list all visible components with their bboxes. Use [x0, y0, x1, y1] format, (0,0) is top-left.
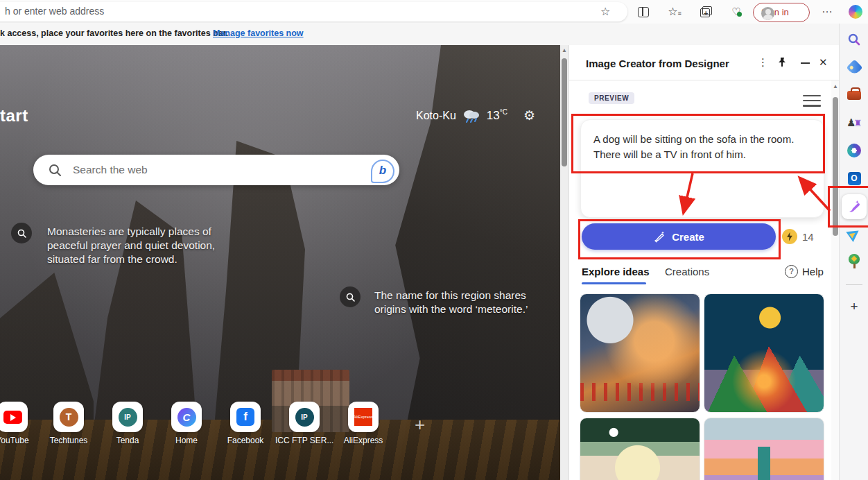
- shortcut-youtube[interactable]: YouTube: [0, 402, 42, 445]
- thumbnail-image-4[interactable]: [704, 418, 824, 480]
- panel-hamburger-icon[interactable]: [803, 95, 821, 107]
- sidebar-microsoft365-icon[interactable]: [846, 142, 862, 159]
- address-bar-text[interactable]: h or enter web address: [5, 6, 104, 17]
- sidebar-add-icon[interactable]: +: [846, 298, 862, 315]
- split-screen-divider: [642, 7, 643, 16]
- shortcut-tenda[interactable]: IP Tenda: [98, 402, 157, 445]
- browser-essentials-icon[interactable]: ♡: [729, 5, 744, 19]
- scrollbar-up-arrow[interactable]: ▲: [560, 47, 568, 53]
- newtab-page: tart Koto-Ku 13°C ⚙ Search the web b: [0, 45, 560, 480]
- preview-badge: PREVIEW: [589, 92, 634, 104]
- pin-icon[interactable]: [777, 57, 787, 68]
- more-options-icon[interactable]: …: [819, 2, 835, 16]
- active-tab-underline: [582, 282, 646, 284]
- avatar: [761, 7, 774, 20]
- essentials-status-dot: [737, 12, 742, 17]
- close-icon[interactable]: ✕: [819, 56, 828, 69]
- sidebar-shopping-icon[interactable]: [846, 59, 862, 76]
- fact-text-2: The name for this region shares origins …: [374, 289, 549, 316]
- prompt-textarea[interactable]: A dog will be sitting on the sofa in the…: [580, 119, 824, 218]
- collections-plus: +: [704, 6, 708, 20]
- help-label[interactable]: Help: [802, 266, 824, 277]
- boost-count: 14: [802, 231, 814, 243]
- thumbnail-image-3[interactable]: [580, 418, 700, 480]
- weather-temperature: 13°C: [487, 108, 507, 123]
- weather-location: Koto-Ku: [416, 110, 456, 122]
- collections-icon[interactable]: +: [697, 5, 713, 19]
- tenda-icon: IP: [112, 402, 143, 432]
- sidebar-drop-icon[interactable]: [846, 225, 862, 242]
- create-label: Create: [672, 231, 704, 243]
- prompt-text: A dog will be sitting on the sofa in the…: [593, 132, 808, 162]
- search-bar[interactable]: Search the web b: [33, 155, 399, 185]
- copilot-icon[interactable]: [849, 5, 862, 19]
- shortcut-aliexpress[interactable]: AliExpress AliExpress: [334, 402, 392, 445]
- icc-ftp-icon: IP: [289, 402, 320, 432]
- sidebar-tools-icon[interactable]: [846, 87, 862, 103]
- sidebar-divider: [846, 284, 862, 285]
- shortcut-facebook[interactable]: f Facebook: [216, 402, 275, 445]
- bing-chat-icon[interactable]: b: [371, 160, 394, 183]
- page-settings-gear-icon[interactable]: ⚙: [523, 108, 535, 123]
- favorite-star-icon[interactable]: ☆: [600, 5, 610, 18]
- sidebar-tree-icon[interactable]: [846, 253, 862, 270]
- shortcut-home[interactable]: C Home: [157, 402, 216, 445]
- techtunes-icon: T: [53, 402, 84, 432]
- panel-menu-icon[interactable]: ⋮: [758, 56, 768, 69]
- tab-creations[interactable]: Creations: [665, 266, 709, 277]
- youtube-icon: [0, 402, 28, 432]
- start-logo-partial[interactable]: tart: [0, 106, 28, 126]
- help-icon[interactable]: ?: [785, 265, 798, 278]
- sidebar-search-icon[interactable]: [846, 31, 862, 48]
- home-icon: C: [171, 402, 202, 432]
- thumbnail-image-1[interactable]: [580, 293, 700, 413]
- add-shortcut-button[interactable]: +: [415, 414, 425, 436]
- panel-scrollbar-thumb[interactable]: [833, 97, 838, 236]
- rain-cloud-icon: [462, 109, 480, 123]
- fact-search-icon: [11, 223, 32, 243]
- split-screen-frame: [638, 7, 649, 17]
- fact-search-icon: [340, 286, 361, 307]
- fact-card-2[interactable]: [340, 286, 361, 307]
- shortcut-techtunes[interactable]: T Techtunes: [40, 402, 98, 445]
- split-screen-icon[interactable]: [636, 5, 651, 19]
- create-button[interactable]: Create: [582, 223, 776, 250]
- shortcut-icc-ftp[interactable]: IP ICC FTP SER...: [275, 402, 333, 445]
- sidebar-image-creator-icon[interactable]: [842, 194, 867, 219]
- weather-widget[interactable]: Koto-Ku 13°C ⚙: [416, 108, 535, 123]
- facebook-icon: f: [230, 402, 261, 432]
- browser-window: h or enter web address ☆ ☆≡ + ♡ Sign in …: [0, 0, 868, 480]
- brush-icon: [653, 230, 666, 243]
- manage-favorites-link[interactable]: Manage favorites now: [213, 28, 304, 38]
- lightning-bolt-icon: [786, 232, 794, 241]
- minimize-icon[interactable]: [801, 62, 810, 64]
- search-icon: [49, 164, 62, 177]
- browser-toolbar: h or enter web address ☆ ☆≡ + ♡ Sign in …: [0, 0, 868, 24]
- fact-text-1: Monasteries are typically places of peac…: [47, 225, 222, 266]
- aliexpress-icon: AliExpress: [348, 402, 379, 432]
- favorites-icon[interactable]: ☆≡: [667, 5, 682, 19]
- page-scrollbar-thumb[interactable]: [562, 58, 567, 166]
- search-placeholder: Search the web: [73, 164, 148, 176]
- panel-title: Image Creator from Designer: [586, 58, 729, 69]
- tab-explore-ideas[interactable]: Explore ideas: [582, 266, 650, 277]
- sign-in-button[interactable]: Sign in: [753, 3, 810, 22]
- favorites-bar-message: k access, place your favorites here on t…: [0, 28, 228, 38]
- panel-header: Image Creator from Designer ⋮ ✕: [569, 45, 840, 80]
- thumbnail-image-2[interactable]: [704, 293, 824, 413]
- sidebar-outlook-icon[interactable]: O: [846, 170, 862, 187]
- sidebar-games-icon[interactable]: ♟♜: [846, 114, 862, 131]
- edge-sidebar: ♟♜ O +: [839, 24, 868, 480]
- image-creator-panel: Image Creator from Designer ⋮ ✕ PREVIEW …: [568, 45, 840, 480]
- boost-coin-icon: [782, 229, 797, 244]
- fact-card-1[interactable]: [11, 223, 32, 243]
